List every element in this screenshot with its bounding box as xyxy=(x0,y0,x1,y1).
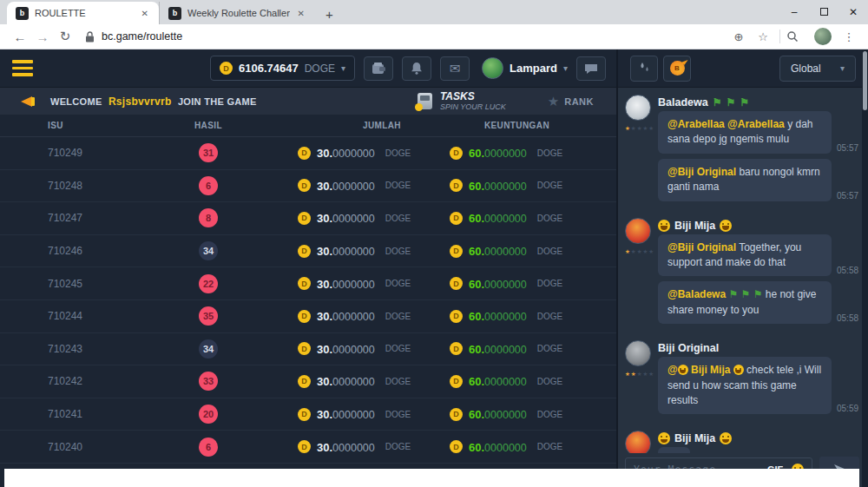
rain-button[interactable] xyxy=(630,56,658,82)
url-text[interactable]: bc.game/roulette xyxy=(102,30,182,43)
result-badge: 33 xyxy=(199,372,218,391)
table-row[interactable]: 710241 20 D30.0000000DOGE D60.0000000DOG… xyxy=(0,398,616,431)
chevron-down-icon: ▾ xyxy=(840,63,845,73)
round-id: 710248 xyxy=(0,180,161,192)
address-bar: ← → ↻ bc.game/roulette ⊕ ☆ ⋮ xyxy=(0,24,868,49)
table-row[interactable]: 710248 6 D30.0000000DOGE D60.0000000DOGE xyxy=(0,170,616,203)
doge-coin-icon: D xyxy=(450,147,463,160)
doge-coin-icon: D xyxy=(298,342,311,355)
chat-bubble[interactable]: @Arabellaa @Arabellaa y dah sana depo jg… xyxy=(658,111,832,154)
table-row[interactable]: 710245 22 D30.0000000DOGE D60.0000000DOG… xyxy=(0,267,616,300)
mention[interactable]: @Arabellaa @Arabellaa xyxy=(667,118,785,130)
browser-profile-avatar[interactable] xyxy=(814,28,832,45)
grin-emoji-icon xyxy=(658,220,670,232)
grin-emoji-icon xyxy=(678,365,688,375)
col-jumlah: JUMLAH xyxy=(256,121,434,130)
tab-roulette[interactable]: b ROULETTE ✕ xyxy=(7,2,159,24)
timestamp: 05:57 xyxy=(837,143,858,154)
doge-coin-icon: D xyxy=(450,408,463,421)
tasks-subtitle: SPIN YOUR LUCK xyxy=(440,102,506,111)
tab-close-icon[interactable]: ✕ xyxy=(140,7,150,20)
chat-bubble[interactable]: Ok xyxy=(658,447,690,453)
chat-messages[interactable]: ★★★★★ Baladewa ⚑ ⚑ ⚑ @Arabellaa @Arabell… xyxy=(618,88,868,453)
chat-username[interactable]: Biji Mija xyxy=(658,220,863,232)
table-row[interactable]: 710247 8 D30.0000000DOGE D60.0000000DOGE xyxy=(0,202,616,235)
doge-coin-icon: D xyxy=(298,245,311,258)
round-id: 710249 xyxy=(0,147,161,159)
bet-amount: D30.0000000DOGE xyxy=(256,210,434,226)
green-flag-icon: ⚑ xyxy=(728,288,738,300)
col-hasil: HASIL xyxy=(161,121,256,130)
chat-bubble[interactable]: @ Biji Mija check tele ,i Will send u ho… xyxy=(658,357,832,414)
chat-bubble[interactable]: @Biji Original Together, you support and… xyxy=(658,234,832,277)
wallet-button[interactable] xyxy=(364,56,393,81)
coin-drop-button[interactable]: B xyxy=(663,56,691,82)
balance-selector[interactable]: D 6106.74647 DOGE ▾ xyxy=(210,56,355,81)
balance-currency: DOGE xyxy=(305,63,335,75)
tab-weekly-challenge[interactable]: b Weekly Roulette Challenge - Win ✕ xyxy=(159,2,315,24)
table-row[interactable]: 710244 35 D30.0000000DOGE D60.0000000DOG… xyxy=(0,300,616,333)
scrollbar-thumb[interactable] xyxy=(863,51,867,110)
mention[interactable]: @Biji Original xyxy=(667,166,736,178)
result-badge: 34 xyxy=(199,241,218,260)
bet-amount: D30.0000000DOGE xyxy=(256,276,434,292)
search-icon[interactable] xyxy=(786,30,807,43)
chat-toggle-button[interactable] xyxy=(576,56,606,81)
table-row[interactable]: 710240 6 D30.0000000DOGE D60.0000000DOGE xyxy=(0,431,616,464)
bet-amount: D30.0000000DOGE xyxy=(256,243,434,259)
site-header: D 6106.74647 DOGE ▾ ✉ Lampard ▾ xyxy=(0,49,868,88)
mention[interactable]: @Biji Original xyxy=(667,241,736,253)
avatar[interactable] xyxy=(625,95,651,121)
table-row[interactable]: 710246 34 D30.0000000DOGE D60.0000000DOG… xyxy=(0,235,616,268)
table-row[interactable]: 710243 34 D30.0000000DOGE D60.0000000DOG… xyxy=(0,333,616,366)
chevron-down-icon: ▾ xyxy=(341,63,345,73)
close-window-button[interactable]: ✕ xyxy=(838,6,868,18)
rank-link[interactable]: ★ RANK xyxy=(548,94,594,109)
profit-amount: D60.0000000DOGE xyxy=(434,341,612,357)
green-flag-icon: ⚑ xyxy=(713,96,722,109)
timestamp: 05:57 xyxy=(837,191,858,201)
back-icon[interactable]: ← xyxy=(9,30,31,44)
reload-icon[interactable]: ↻ xyxy=(54,29,76,44)
doge-coin-icon: D xyxy=(298,310,311,323)
maximize-button[interactable] xyxy=(809,6,838,18)
tasks-link[interactable]: TASKS SPIN YOUR LUCK xyxy=(418,91,506,111)
chat-username[interactable]: Biji Original xyxy=(658,342,863,354)
user-menu[interactable]: Lampard ▾ xyxy=(482,57,568,79)
avatar[interactable] xyxy=(625,218,651,244)
table-row[interactable]: 710242 33 D30.0000000DOGE D60.0000000DOG… xyxy=(0,365,616,398)
grin-emoji-icon xyxy=(733,365,744,375)
chat-username[interactable]: Biji Mija xyxy=(658,432,863,444)
envelope-icon: ✉ xyxy=(450,61,461,76)
result-badge: 35 xyxy=(199,306,218,326)
url-box[interactable]: bc.game/roulette xyxy=(85,30,728,43)
chat-username[interactable]: Baladewa ⚑ ⚑ ⚑ xyxy=(658,96,863,109)
tab-close-icon[interactable]: ✕ xyxy=(296,7,306,20)
zoom-page-icon[interactable]: ⊕ xyxy=(728,30,749,43)
table-row[interactable]: 710249 31 D30.0000000DOGE D60.0000000DOG… xyxy=(0,137,616,170)
notifications-button[interactable] xyxy=(402,56,431,81)
chat-channel-select[interactable]: Global ▾ xyxy=(779,56,856,82)
page-scrollbar[interactable] xyxy=(862,49,868,487)
wallet-icon xyxy=(372,63,386,75)
messages-button[interactable]: ✉ xyxy=(440,56,470,81)
bookmark-star-icon[interactable]: ☆ xyxy=(753,30,773,43)
browser-menu-icon[interactable]: ⋮ xyxy=(838,30,859,43)
chat-message: ★★★★★ Biji Mija Ok 05:59 xyxy=(625,431,863,453)
forward-icon[interactable]: → xyxy=(31,30,54,44)
menu-hamburger-icon[interactable] xyxy=(12,60,33,76)
new-tab-button[interactable]: + xyxy=(315,7,344,22)
doge-coin-icon: D xyxy=(450,440,463,453)
chat-bubble[interactable]: @Biji Original baru nongol kmrn ganti na… xyxy=(658,159,832,201)
avatar[interactable] xyxy=(625,431,651,453)
avatar[interactable] xyxy=(625,340,651,366)
chat-channel-label: Global xyxy=(791,63,821,75)
fireball-coin-icon: B xyxy=(670,61,685,76)
round-id: 710245 xyxy=(0,278,161,290)
profit-amount: D60.0000000DOGE xyxy=(434,439,612,455)
minimize-button[interactable]: – xyxy=(779,6,809,18)
mention[interactable]: @Baladewa xyxy=(667,288,726,300)
chat-bubble[interactable]: @Baladewa ⚑ ⚑ ⚑ he not give share money … xyxy=(658,281,832,324)
mention[interactable]: @ Biji Mija xyxy=(667,364,744,376)
timestamp: 05:58 xyxy=(837,266,858,276)
